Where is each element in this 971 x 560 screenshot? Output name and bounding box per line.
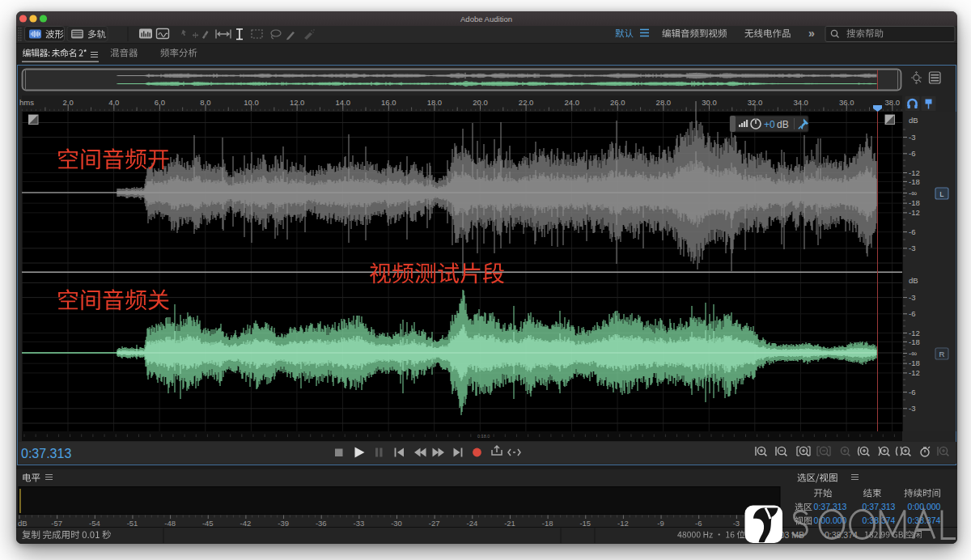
- svg-text:R: R: [939, 350, 945, 358]
- svg-text:24.0: 24.0: [564, 98, 579, 107]
- svg-text:38.0: 38.0: [885, 98, 901, 107]
- svg-text:0:37.313: 0:37.313: [863, 502, 896, 511]
- svg-text:hms: hms: [19, 98, 34, 107]
- svg-text:-6: -6: [695, 519, 702, 528]
- svg-text:26.0: 26.0: [610, 98, 625, 107]
- svg-text:-45: -45: [202, 519, 214, 528]
- svg-text:-15: -15: [579, 519, 591, 528]
- svg-text:16.0: 16.0: [381, 98, 396, 107]
- svg-text:2.0: 2.0: [63, 98, 74, 107]
- svg-text:-9: -9: [657, 519, 664, 528]
- svg-text:-6: -6: [909, 309, 915, 318]
- svg-text:12.0: 12.0: [290, 98, 305, 107]
- svg-text:0:37.313: 0:37.313: [21, 447, 71, 460]
- svg-text:-6: -6: [909, 149, 915, 158]
- svg-text:Adobe Audition: Adobe Audition: [460, 15, 512, 23]
- svg-text:L: L: [939, 189, 943, 198]
- svg-text:-6: -6: [909, 388, 915, 397]
- svg-text:22.0: 22.0: [519, 98, 534, 107]
- svg-text:dB: dB: [909, 276, 918, 285]
- svg-text:dB: dB: [18, 519, 28, 528]
- svg-text:-18: -18: [909, 198, 920, 207]
- svg-text:dB: dB: [909, 116, 918, 125]
- svg-text:-∞: -∞: [909, 349, 917, 358]
- svg-text:-12: -12: [909, 208, 920, 217]
- svg-text:+0: +0: [764, 119, 775, 130]
- svg-text:4.0: 4.0: [108, 98, 119, 107]
- svg-text:-36: -36: [316, 519, 327, 528]
- svg-text:-30: -30: [391, 519, 402, 528]
- svg-text:-3: -3: [909, 293, 915, 302]
- svg-text:6.0: 6.0: [155, 98, 165, 107]
- svg-text:8.0: 8.0: [200, 98, 210, 107]
- svg-text:34.0: 34.0: [793, 98, 808, 107]
- svg-text:-12: -12: [909, 329, 920, 337]
- svg-text:20.0: 20.0: [473, 98, 488, 107]
- svg-text:30.0: 30.0: [702, 98, 717, 107]
- svg-text:-51: -51: [127, 519, 138, 528]
- svg-text:0:38.374: 0:38.374: [908, 515, 941, 525]
- svg-text:-48: -48: [164, 519, 176, 528]
- svg-text:-12: -12: [909, 168, 920, 177]
- svg-text:-54: -54: [89, 519, 100, 528]
- svg-text:-18: -18: [909, 358, 920, 367]
- svg-text:28.0: 28.0: [656, 98, 672, 107]
- svg-text:-12: -12: [909, 368, 920, 377]
- svg-text:-18: -18: [542, 519, 553, 528]
- svg-text:-42: -42: [240, 519, 252, 528]
- svg-text:0:18.0: 0:18.0: [477, 434, 490, 439]
- svg-text:-3: -3: [909, 244, 915, 252]
- svg-text:-57: -57: [51, 519, 62, 528]
- svg-text:-33: -33: [354, 519, 365, 528]
- svg-text:dB: dB: [777, 119, 789, 130]
- svg-text:32.0: 32.0: [748, 98, 763, 107]
- svg-text:-24: -24: [466, 519, 477, 528]
- svg-text:-21: -21: [504, 519, 515, 528]
- svg-text:-3: -3: [909, 404, 915, 413]
- svg-text:-3: -3: [909, 133, 915, 142]
- svg-text:0:38.374: 0:38.374: [863, 515, 896, 525]
- svg-text:-∞: -∞: [909, 189, 917, 197]
- svg-text:-12: -12: [617, 519, 629, 528]
- svg-text:-27: -27: [429, 519, 440, 528]
- svg-text:-18: -18: [909, 177, 920, 186]
- svg-text:»: »: [808, 27, 815, 40]
- svg-text:18.0: 18.0: [427, 98, 443, 107]
- svg-text:36.0: 36.0: [839, 98, 854, 107]
- svg-text:-6: -6: [909, 227, 915, 236]
- svg-text:-18: -18: [909, 337, 920, 346]
- svg-text:14.0: 14.0: [335, 98, 350, 107]
- svg-text:-39: -39: [278, 519, 289, 528]
- svg-text:-3: -3: [733, 519, 740, 528]
- svg-text:10.0: 10.0: [244, 98, 259, 107]
